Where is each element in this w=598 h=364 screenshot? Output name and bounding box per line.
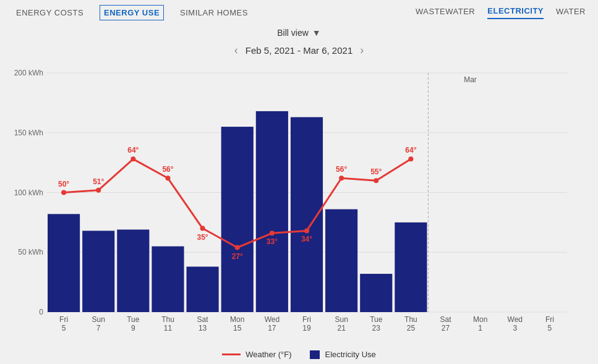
legend-electricity: Electricity Use: [310, 350, 375, 359]
chart-canvas: [12, 61, 586, 346]
nav-water[interactable]: WATER: [556, 7, 586, 19]
nav-energy-use[interactable]: ENERGY USE: [100, 5, 164, 20]
chart-container: [12, 61, 586, 346]
nav-similar-homes[interactable]: SIMILAR HOMES: [176, 6, 252, 20]
chart-legend: Weather (°F) Electricity Use: [0, 346, 598, 364]
nav-energy-costs[interactable]: ENERGY COSTS: [12, 6, 87, 20]
legend-weather-label: Weather (°F): [246, 350, 291, 359]
date-navigation: ‹ Feb 5, 2021 - Mar 6, 2021 ›: [0, 44, 598, 57]
controls-row: Bill view ▼: [0, 25, 598, 40]
prev-date-button[interactable]: ‹: [234, 44, 238, 57]
nav-right: WASTEWATER ELECTRICITY WATER: [416, 6, 586, 19]
bill-view-label: Bill view: [277, 28, 309, 38]
bill-view-button[interactable]: Bill view ▼: [272, 25, 325, 40]
nav-electricity[interactable]: ELECTRICITY: [487, 6, 544, 19]
top-navigation: ENERGY COSTS ENERGY USE SIMILAR HOMES WA…: [0, 0, 598, 20]
legend-weather: Weather (°F): [222, 350, 291, 359]
weather-line-icon: [222, 353, 241, 355]
next-date-button[interactable]: ›: [360, 44, 364, 57]
date-range-label: Feb 5, 2021 - Mar 6, 2021: [246, 45, 352, 56]
electricity-bar-icon: [310, 350, 320, 359]
nav-wastewater[interactable]: WASTEWATER: [416, 7, 475, 19]
dropdown-icon: ▼: [312, 28, 321, 38]
nav-left: ENERGY COSTS ENERGY USE SIMILAR HOMES: [12, 5, 252, 20]
legend-electricity-label: Electricity Use: [325, 350, 375, 359]
